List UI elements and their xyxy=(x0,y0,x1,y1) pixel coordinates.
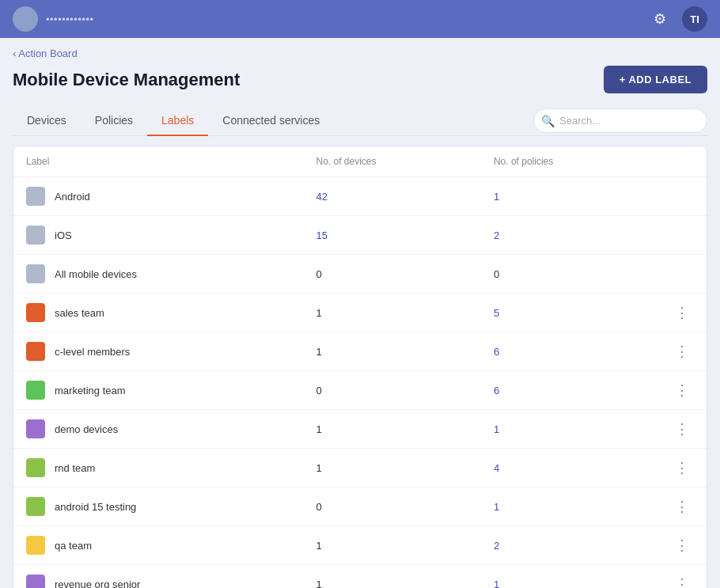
topbar-left: •••••••••••• xyxy=(13,6,94,32)
devices-count-cell: 1 xyxy=(303,526,480,565)
label-color-swatch xyxy=(26,497,45,516)
topbar-username: •••••••••••• xyxy=(46,13,94,25)
table-row: Android 421 xyxy=(13,177,707,216)
label-color-swatch xyxy=(26,536,45,555)
label-color-swatch xyxy=(26,264,45,283)
table-row: c-level members 16⋮ xyxy=(13,332,707,371)
policies-count-link[interactable]: 2 xyxy=(494,540,499,552)
policies-count-link[interactable]: 1 xyxy=(494,191,499,203)
policies-count-link[interactable]: 5 xyxy=(494,307,499,319)
label-color-swatch xyxy=(26,458,45,477)
tab-devices[interactable]: Devices xyxy=(13,106,81,136)
more-menu-button[interactable]: ⋮ xyxy=(670,420,694,438)
devices-count-cell: 1 xyxy=(303,565,480,589)
more-menu-button[interactable]: ⋮ xyxy=(670,343,694,360)
label-cell: demo devices xyxy=(13,410,303,449)
policies-count-cell[interactable]: 2 xyxy=(481,526,657,565)
actions-cell: ⋮ xyxy=(657,487,707,526)
label-cell: revenue org senior xyxy=(13,565,303,589)
more-menu-button[interactable]: ⋮ xyxy=(670,304,694,321)
label-name: rnd team xyxy=(55,462,95,474)
label-color-swatch xyxy=(26,381,45,400)
policies-count-cell[interactable]: 1 xyxy=(481,487,657,526)
table-row: revenue org senior 11⋮ xyxy=(13,565,707,589)
more-menu-button[interactable]: ⋮ xyxy=(670,498,694,515)
table-container: Label No. of devices No. of policies And… xyxy=(13,146,707,588)
search-input[interactable] xyxy=(533,108,707,133)
label-name: sales team xyxy=(55,307,104,319)
policies-count-cell[interactable]: 1 xyxy=(481,410,657,449)
policies-count-cell[interactable]: 1 xyxy=(481,177,657,216)
actions-cell: ⋮ xyxy=(657,526,707,565)
col-label: Label xyxy=(13,146,303,177)
settings-button[interactable]: ⚙ xyxy=(647,6,673,32)
policies-count-link[interactable]: 6 xyxy=(494,346,499,358)
policies-count-link[interactable]: 1 xyxy=(494,579,499,589)
search-wrapper: 🔍 xyxy=(533,108,707,133)
table-row: sales team 15⋮ xyxy=(13,294,707,332)
policies-count-cell[interactable]: 4 xyxy=(481,449,657,487)
col-devices: No. of devices xyxy=(303,146,480,177)
policies-count-cell: 0 xyxy=(481,255,657,294)
devices-count: 1 xyxy=(316,423,321,435)
tab-connected-services[interactable]: Connected services xyxy=(208,106,334,136)
devices-count-cell[interactable]: 42 xyxy=(303,177,480,216)
tab-policies[interactable]: Policies xyxy=(81,106,147,136)
devices-count-cell[interactable]: 15 xyxy=(303,216,480,255)
breadcrumb[interactable]: ‹ Action Board xyxy=(13,38,707,66)
search-icon: 🔍 xyxy=(541,115,555,127)
devices-count-cell: 1 xyxy=(303,410,480,449)
devices-count-cell: 0 xyxy=(303,487,480,526)
policies-count-link[interactable]: 1 xyxy=(494,501,499,513)
policies-count-link[interactable]: 2 xyxy=(494,230,499,241)
label-color-swatch xyxy=(26,419,45,438)
label-name: c-level members xyxy=(55,346,130,358)
table-row: qa team 12⋮ xyxy=(13,526,707,565)
gear-icon: ⚙ xyxy=(654,10,666,28)
label-name: demo devices xyxy=(55,423,118,435)
table-row: iOS 152 xyxy=(13,216,707,255)
devices-count-cell: 1 xyxy=(303,449,480,487)
add-label-button[interactable]: + ADD LABEL xyxy=(604,66,707,93)
more-menu-button[interactable]: ⋮ xyxy=(670,575,694,588)
label-name: All mobile devices xyxy=(55,268,137,280)
devices-count-cell: 1 xyxy=(303,332,480,371)
policies-count-cell[interactable]: 1 xyxy=(481,565,657,589)
label-name: qa team xyxy=(55,540,92,552)
label-color-swatch xyxy=(26,187,45,206)
devices-count: 1 xyxy=(316,540,321,552)
page-title: Mobile Device Management xyxy=(13,70,240,90)
user-avatar-button[interactable]: TI xyxy=(682,6,707,32)
label-cell: c-level members xyxy=(13,332,303,371)
policies-count-cell[interactable]: 5 xyxy=(481,294,657,332)
policies-count-cell[interactable]: 2 xyxy=(481,216,657,255)
label-name: iOS xyxy=(55,230,72,241)
policies-count-link[interactable]: 4 xyxy=(494,462,499,474)
topbar-right: ⚙ TI xyxy=(647,6,707,32)
label-color-swatch xyxy=(26,342,45,361)
devices-count-link[interactable]: 42 xyxy=(316,191,327,203)
label-name: android 15 testing xyxy=(55,501,136,513)
label-cell: android 15 testing xyxy=(13,487,303,526)
policies-count-cell[interactable]: 6 xyxy=(481,371,657,410)
more-menu-button[interactable]: ⋮ xyxy=(670,381,694,399)
actions-cell xyxy=(657,216,707,255)
devices-count: 0 xyxy=(316,501,321,513)
topbar: •••••••••••• ⚙ TI xyxy=(0,0,720,38)
actions-cell xyxy=(657,177,707,216)
actions-cell: ⋮ xyxy=(657,410,707,449)
actions-cell: ⋮ xyxy=(657,294,707,332)
tab-labels[interactable]: Labels xyxy=(147,106,208,136)
devices-count-link[interactable]: 15 xyxy=(316,230,327,241)
policies-count-link[interactable]: 6 xyxy=(494,385,499,396)
more-menu-button[interactable]: ⋮ xyxy=(670,537,694,554)
avatar xyxy=(13,6,38,32)
col-actions xyxy=(657,146,707,177)
more-menu-button[interactable]: ⋮ xyxy=(670,459,694,476)
table-row: android 15 testing 01⋮ xyxy=(13,487,707,526)
policies-count-link[interactable]: 1 xyxy=(494,423,499,435)
main-content: ‹ Action Board Mobile Device Management … xyxy=(0,38,720,588)
policies-count-cell[interactable]: 6 xyxy=(481,332,657,371)
label-color-swatch xyxy=(26,575,45,588)
table-body: Android 421 iOS 152 All mobile devices 0… xyxy=(13,177,707,589)
